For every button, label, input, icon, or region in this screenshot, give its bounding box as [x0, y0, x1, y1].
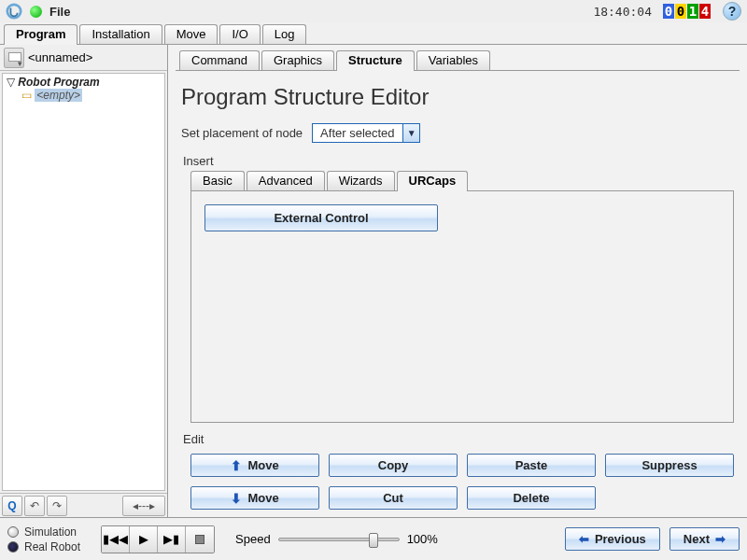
insert-tab-advanced[interactable]: Advanced: [247, 171, 325, 190]
move-down-button[interactable]: ⬇Move: [190, 486, 319, 510]
move-up-button[interactable]: ⬆Move: [190, 454, 319, 477]
status-indicator-icon: [30, 6, 42, 18]
delete-button[interactable]: Delete: [467, 486, 596, 510]
clock: 18:40:04: [593, 5, 652, 19]
placement-select[interactable]: After selected ▼: [312, 123, 420, 143]
arrow-right-icon: ➡: [715, 532, 726, 546]
insert-section-label: Insert: [183, 154, 734, 168]
edit-button-grid: ⬆Move Copy Paste Suppress ⬇Move Cut Dele…: [190, 454, 734, 510]
tab-move[interactable]: Move: [164, 24, 218, 44]
tree-root[interactable]: Robot Program: [7, 76, 161, 89]
stop-button[interactable]: [186, 526, 214, 553]
arrow-up-icon: ⬆: [231, 459, 242, 472]
slider-thumb-icon[interactable]: [369, 533, 378, 548]
tab-io[interactable]: I/O: [219, 24, 260, 44]
stop-icon: [195, 535, 204, 544]
top-bar: File 18:40:04 0014 ?: [0, 0, 747, 22]
real-robot-radio[interactable]: Real Robot: [7, 540, 80, 553]
arrow-left-icon: ⬅: [579, 532, 589, 546]
file-row: <unnamed>: [0, 45, 167, 71]
suppress-button[interactable]: Suppress: [605, 454, 734, 477]
speed-slider[interactable]: [278, 538, 400, 541]
help-icon[interactable]: ?: [723, 2, 741, 21]
simulation-radio[interactable]: Simulation: [7, 525, 80, 539]
transport-controls: ▮◀◀ ▶ ▶▮: [101, 525, 215, 553]
chevron-down-icon[interactable]: ▼: [402, 124, 419, 142]
radio-icon: [7, 526, 19, 538]
save-icon[interactable]: [4, 48, 24, 68]
placement-value: After selected: [313, 124, 402, 142]
redo-icon[interactable]: ↷: [47, 496, 67, 516]
insert-tab-basic[interactable]: Basic: [190, 171, 245, 190]
tab-command[interactable]: Command: [179, 50, 260, 70]
tab-installation[interactable]: Installation: [79, 24, 162, 44]
speed-label: Speed: [235, 532, 271, 546]
insert-tab-urcaps[interactable]: URCaps: [397, 171, 469, 191]
play-button[interactable]: ▶: [130, 526, 158, 553]
paste-button[interactable]: Paste: [467, 454, 596, 477]
search-icon[interactable]: Q: [2, 496, 22, 516]
tree-child-empty[interactable]: <empty>: [21, 89, 161, 102]
radio-icon: [7, 541, 19, 553]
bottom-bar: Simulation Real Robot ▮◀◀ ▶ ▶▮ Speed 100…: [0, 517, 747, 560]
insert-external-control-button[interactable]: External Control: [204, 204, 438, 231]
tab-graphics[interactable]: Graphics: [261, 50, 334, 70]
left-panel: <unnamed> Robot Program <empty> Q ↶ ↷ ◂-…: [0, 45, 168, 517]
page-title: Program Structure Editor: [181, 84, 734, 110]
cut-button[interactable]: Cut: [329, 486, 458, 510]
editor-panel: Command Graphics Structure Variables Pro…: [168, 45, 747, 517]
speed-value: 100%: [407, 532, 438, 546]
main-tab-bar: Program Installation Move I/O Log: [0, 22, 747, 45]
insert-pane: External Control: [190, 191, 734, 423]
tab-variables[interactable]: Variables: [416, 50, 490, 70]
copy-button[interactable]: Copy: [329, 454, 458, 477]
program-tree[interactable]: Robot Program <empty>: [2, 73, 165, 491]
rewind-button[interactable]: ▮◀◀: [102, 526, 130, 553]
filename-label: <unnamed>: [28, 50, 92, 64]
counter-digits: 0014: [663, 4, 712, 19]
edit-section-label: Edit: [183, 432, 734, 446]
ur-logo-icon: [6, 3, 22, 20]
tab-program[interactable]: Program: [4, 24, 78, 45]
undo-icon[interactable]: ↶: [24, 496, 45, 516]
file-menu[interactable]: File: [49, 5, 70, 19]
tab-log[interactable]: Log: [262, 24, 307, 44]
insert-tab-wizards[interactable]: Wizards: [327, 171, 395, 190]
step-arrows-icon[interactable]: ◂---▸: [122, 496, 165, 516]
editor-tab-bar: Command Graphics Structure Variables: [176, 49, 740, 71]
skip-button[interactable]: ▶▮: [158, 526, 186, 553]
run-mode-radio-group: Simulation Real Robot: [7, 525, 80, 553]
previous-button[interactable]: ⬅Previous: [565, 527, 660, 551]
arrow-down-icon: ⬇: [231, 492, 242, 505]
tab-structure[interactable]: Structure: [336, 50, 415, 71]
placement-label: Set placement of node: [181, 126, 303, 140]
next-button[interactable]: Next➡: [669, 527, 740, 551]
tree-toolbar: Q ↶ ↷ ◂---▸: [0, 493, 167, 517]
insert-tab-bar: Basic Advanced Wizards URCaps: [190, 170, 734, 191]
